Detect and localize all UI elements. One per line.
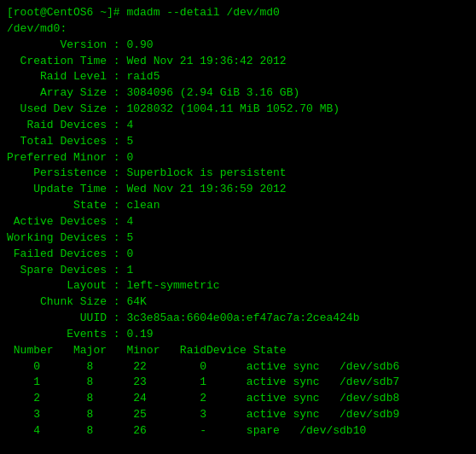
- output-block: /dev/md0: Version : 0.90 Creation Time :…: [7, 21, 469, 439]
- output-line: State : clean: [7, 198, 469, 214]
- output-line: /dev/md0:: [7, 21, 469, 38]
- output-line: Layout : left-symmetric: [7, 278, 469, 294]
- output-line: 0 8 22 0 active sync /dev/sdb6: [7, 359, 469, 375]
- output-line: 2 8 24 2 active sync /dev/sdb8: [7, 391, 469, 407]
- output-line: Update Time : Wed Nov 21 19:36:59 2012: [7, 182, 469, 198]
- output-line: 1 8 23 1 active sync /dev/sdb7: [7, 375, 469, 391]
- output-line: Array Size : 3084096 (2.94 GiB 3.16 GB): [7, 85, 469, 102]
- output-line: Working Devices : 5: [7, 230, 469, 247]
- output-line: 4 8 26 - spare /dev/sdb10: [7, 423, 469, 439]
- output-line: Failed Devices : 0: [7, 247, 469, 263]
- output-line: Spare Devices : 1: [7, 263, 469, 279]
- output-line: Raid Level : raid5: [7, 69, 469, 85]
- output-line: 3 8 25 3 active sync /dev/sdb9: [7, 407, 469, 423]
- output-line: UUID : 3c3e85aa:6604e00a:ef47ac7a:2cea42…: [7, 311, 469, 327]
- output-line: Chunk Size : 64K: [7, 294, 469, 311]
- output-line: Used Dev Size : 1028032 (1004.11 MiB 105…: [7, 102, 469, 118]
- output-line: Persistence : Superblock is persistent: [7, 166, 469, 182]
- output-line: Active Devices : 4: [7, 214, 469, 230]
- output-line: Creation Time : Wed Nov 21 19:36:42 2012: [7, 54, 469, 70]
- output-line: Preferred Minor : 0: [7, 150, 469, 166]
- output-line: Number Major Minor RaidDevice State: [7, 343, 469, 359]
- output-line: Version : 0.90: [7, 38, 469, 54]
- output-line: Raid Devices : 4: [7, 118, 469, 134]
- terminal-window: [root@CentOS6 ~]# mdadm --detail /dev/md…: [0, 0, 476, 454]
- output-line: Total Devices : 5: [7, 134, 469, 150]
- command-line: [root@CentOS6 ~]# mdadm --detail /dev/md…: [7, 5, 469, 21]
- output-line: Events : 0.19: [7, 327, 469, 343]
- prompt-line: [root@CentOS6 ~]#: [7, 439, 469, 454]
